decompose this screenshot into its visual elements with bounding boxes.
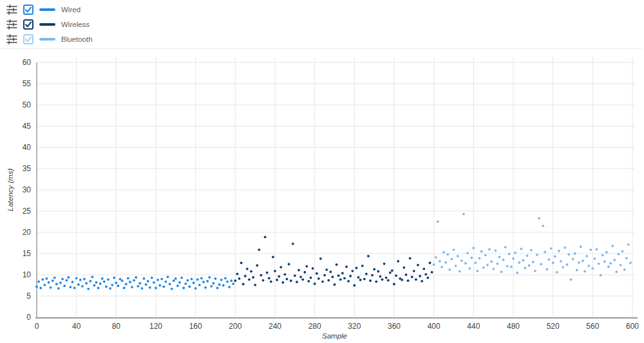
scatter-point xyxy=(131,286,133,288)
scatter-point xyxy=(510,266,513,268)
x-tick-label: 80 xyxy=(112,322,121,331)
scatter-point xyxy=(437,221,439,223)
scatter-point xyxy=(169,283,171,286)
scatter-point xyxy=(611,245,614,247)
scatter-point xyxy=(574,252,576,255)
scatter-point xyxy=(442,251,445,254)
scatter-point xyxy=(570,278,573,281)
scatter-point xyxy=(578,261,580,264)
scatter-point xyxy=(508,253,511,255)
scatter-point xyxy=(512,257,515,260)
scatter-point xyxy=(395,274,397,277)
scatter-point xyxy=(554,255,556,258)
scatter-point xyxy=(504,246,507,248)
scatter-point xyxy=(337,274,340,277)
scatter-point xyxy=(576,269,578,272)
scatter-point xyxy=(421,280,423,283)
scatter-point xyxy=(59,282,62,284)
scatter-point xyxy=(462,213,465,216)
series-visibility-checkbox[interactable] xyxy=(23,19,33,30)
x-tick-label: 320 xyxy=(348,322,361,331)
scatter-point xyxy=(189,286,191,288)
scatter-point xyxy=(296,281,298,283)
scatter-point xyxy=(516,272,518,274)
scatter-point xyxy=(562,266,564,268)
scatter-point xyxy=(194,287,197,290)
series-settings-icon[interactable] xyxy=(6,34,17,44)
scatter-point xyxy=(305,265,308,268)
scatter-point xyxy=(564,246,566,249)
scatter-point xyxy=(383,263,386,265)
scatter-point xyxy=(127,277,129,279)
scatter-point xyxy=(475,262,477,264)
scatter-point xyxy=(620,264,622,266)
scatter-point xyxy=(281,281,284,284)
scatter-point xyxy=(492,268,495,270)
scatter-point xyxy=(397,260,399,263)
scatter-point xyxy=(439,260,441,263)
scatter-point xyxy=(137,285,139,288)
scatter-point xyxy=(556,271,558,273)
scatter-point xyxy=(288,263,290,266)
scatter-point xyxy=(598,263,600,265)
scatter-point xyxy=(433,263,435,266)
scatter-point xyxy=(228,286,231,288)
series-settings-icon[interactable] xyxy=(6,19,17,30)
latency-scatter-chart: 0510152025303540455055600408012016020024… xyxy=(0,50,644,343)
scatter-point xyxy=(613,259,616,261)
y-tick-label: 10 xyxy=(23,270,32,279)
scatter-point xyxy=(440,266,443,268)
scatter-point xyxy=(50,286,52,289)
scatter-point xyxy=(419,275,421,277)
scatter-point xyxy=(538,217,540,219)
scatter-point xyxy=(379,275,382,278)
scatter-point xyxy=(87,288,90,290)
scatter-point xyxy=(284,273,287,275)
y-tick-label: 15 xyxy=(23,249,32,258)
scatter-point xyxy=(184,283,187,285)
scatter-point xyxy=(222,284,225,287)
y-tick-label: 50 xyxy=(23,100,32,109)
scatter-point xyxy=(316,272,318,275)
scatter-point xyxy=(37,281,40,283)
scatter-point xyxy=(198,284,201,286)
scatter-point xyxy=(424,273,427,275)
scatter-point xyxy=(530,249,533,252)
scatter-point xyxy=(226,281,229,283)
scatter-point xyxy=(484,254,487,257)
scatter-point xyxy=(262,279,265,282)
scatter-point xyxy=(41,278,44,281)
scatter-point xyxy=(171,288,173,290)
scatter-point xyxy=(224,277,227,279)
series-color-swatch xyxy=(39,38,55,41)
scatter-point xyxy=(363,278,366,281)
series-visibility-checkbox[interactable] xyxy=(23,34,33,44)
scatter-point xyxy=(105,286,108,288)
scatter-point xyxy=(125,283,128,286)
scatter-point xyxy=(162,286,165,288)
scatter-point xyxy=(264,236,267,238)
scatter-point xyxy=(178,281,181,284)
scatter-point xyxy=(343,277,346,279)
scatter-point xyxy=(526,254,529,257)
scatter-point xyxy=(182,287,185,290)
scatter-point xyxy=(143,277,146,280)
scatter-point xyxy=(160,278,163,281)
series-visibility-checkbox[interactable] xyxy=(23,5,33,15)
y-tick-label: 60 xyxy=(23,58,32,67)
scatter-point xyxy=(323,274,326,277)
scatter-point xyxy=(254,284,256,286)
y-tick-label: 35 xyxy=(23,164,32,173)
scatter-point xyxy=(312,267,314,270)
scatter-point xyxy=(329,271,332,273)
series-settings-icon[interactable] xyxy=(6,5,17,15)
scatter-point xyxy=(502,259,505,261)
scatter-point xyxy=(609,262,612,264)
scatter-point xyxy=(558,250,560,252)
series-points-bluetooth xyxy=(433,213,632,281)
x-tick-label: 440 xyxy=(467,322,480,331)
scatter-point xyxy=(55,283,58,286)
scatter-point xyxy=(385,277,388,279)
scatter-point xyxy=(299,275,302,278)
scatter-point xyxy=(336,263,338,266)
